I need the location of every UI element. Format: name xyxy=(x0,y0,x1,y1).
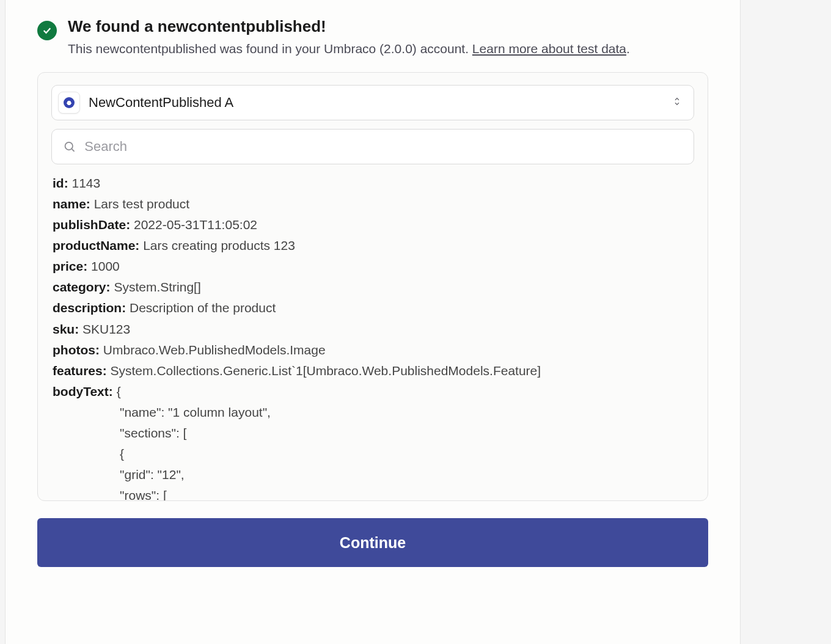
dialog-header: We found a newcontentpublished! This new… xyxy=(37,17,708,57)
payload-field-row: category: System.String[] xyxy=(53,277,692,298)
record-select-label: NewContentPublished A xyxy=(89,95,672,111)
payload-field-value: Lars test product xyxy=(94,197,189,211)
payload-field-value: 1000 xyxy=(91,259,120,273)
payload-json-line: "grid": "12", xyxy=(53,464,692,485)
svg-line-1 xyxy=(72,149,75,152)
payload-field-row: publishDate: 2022-05-31T11:05:02 xyxy=(53,214,692,235)
payload-json-line: "rows": [ xyxy=(53,485,692,501)
payload-field-key: name: xyxy=(53,197,94,211)
payload-field-value: Description of the product xyxy=(130,301,276,315)
payload-json-line: { xyxy=(53,444,692,464)
search-input[interactable] xyxy=(84,139,683,155)
payload-field-value: 1143 xyxy=(72,176,101,190)
payload-field-key: id: xyxy=(53,176,72,190)
payload-field-row: description: Description of the product xyxy=(53,298,692,318)
payload-field-key: price: xyxy=(53,259,91,273)
umbraco-app-icon xyxy=(58,92,80,114)
payload-field-key: description: xyxy=(53,301,130,315)
payload-field-key: productName: xyxy=(53,238,143,252)
search-icon xyxy=(63,140,76,153)
payload-field-row: photos: Umbraco.Web.PublishedModels.Imag… xyxy=(53,340,692,360)
payload-field-value: { xyxy=(117,384,121,398)
header-subtitle-suffix: . xyxy=(626,42,630,56)
header-title: We found a newcontentpublished! xyxy=(68,17,630,36)
svg-point-0 xyxy=(65,142,73,150)
payload-json-line: "name": "1 column layout", xyxy=(53,402,692,423)
success-check-icon xyxy=(37,21,57,40)
payload-field-value: Lars creating products 123 xyxy=(143,238,295,252)
payload-field-key: photos: xyxy=(53,343,103,357)
payload-field-value: System.String[] xyxy=(114,280,200,294)
payload-field-key: category: xyxy=(53,280,114,294)
payload-field-key: bodyText: xyxy=(53,384,117,398)
data-card: NewContentPublished A id: 1143name: Lars… xyxy=(37,72,708,501)
payload-viewer[interactable]: id: 1143name: Lars test productpublishDa… xyxy=(51,173,694,500)
learn-more-link[interactable]: Learn more about test data xyxy=(472,42,626,56)
payload-field-row: price: 1000 xyxy=(53,256,692,277)
payload-json-line: "sections": [ xyxy=(53,423,692,444)
header-subtitle: This newcontentpublished was found in yo… xyxy=(68,40,630,57)
payload-field-value: SKU123 xyxy=(82,322,130,336)
payload-field-row: sku: SKU123 xyxy=(53,319,692,340)
continue-button[interactable]: Continue xyxy=(37,518,708,567)
chevron-up-down-icon xyxy=(672,96,683,109)
header-text-block: We found a newcontentpublished! This new… xyxy=(68,17,630,57)
payload-field-row: features: System.Collections.Generic.Lis… xyxy=(53,360,692,381)
payload-field-key: features: xyxy=(53,364,111,378)
header-subtitle-prefix: This newcontentpublished was found in yo… xyxy=(68,42,472,56)
payload-field-key: publishDate: xyxy=(53,218,134,232)
payload-field-row: productName: Lars creating products 123 xyxy=(53,235,692,256)
payload-field-value: Umbraco.Web.PublishedModels.Image xyxy=(103,343,326,357)
dialog-panel: We found a newcontentpublished! This new… xyxy=(5,0,741,644)
payload-field-key: sku: xyxy=(53,322,82,336)
payload-field-value: 2022-05-31T11:05:02 xyxy=(134,218,257,232)
record-select-dropdown[interactable]: NewContentPublished A xyxy=(51,85,694,120)
search-field[interactable] xyxy=(51,129,694,164)
payload-field-row: id: 1143 xyxy=(53,173,692,194)
payload-field-row: name: Lars test product xyxy=(53,194,692,214)
payload-field-row: bodyText: { xyxy=(53,381,692,402)
payload-field-value: System.Collections.Generic.List`1[Umbrac… xyxy=(111,364,541,378)
